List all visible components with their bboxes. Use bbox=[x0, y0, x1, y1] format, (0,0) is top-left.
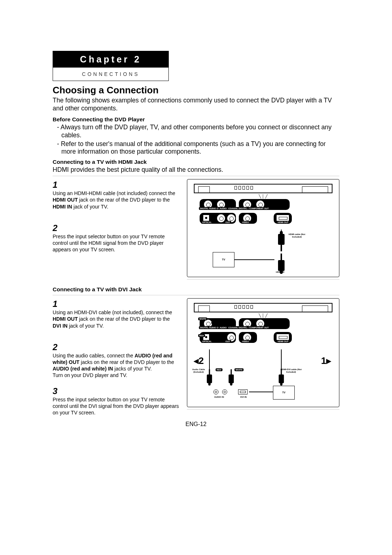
intro-text: The following shows examples of connecti… bbox=[53, 97, 339, 113]
before-heading: Before Connecting the DVD Player bbox=[53, 116, 339, 123]
dvi-step2-text: Using the audio cables, connect the AUDI… bbox=[53, 352, 180, 379]
step-number-2: 2 bbox=[53, 223, 180, 233]
dvi-heading: Connecting to a TV with DVI Jack bbox=[53, 286, 339, 293]
section-title: Choosing a Connection bbox=[53, 85, 339, 96]
step-number-3: 3 bbox=[53, 386, 180, 396]
divider bbox=[53, 295, 339, 295]
step-number-1: 1 bbox=[53, 299, 180, 309]
chapter-subtitle: CONNECTIONS bbox=[53, 68, 168, 81]
hdmi-diagram: ╲ │ ╱ DIGITAL AUDIO OUT AUDIO COAXIAL DI… bbox=[187, 179, 339, 277]
hdmi-step1-text: Using an HDMI-HDMI cable (not included) … bbox=[53, 190, 180, 210]
before-bullets: Always turn off the DVD player, TV, and … bbox=[53, 123, 339, 156]
hdmi-heading: Connecting to a TV with HDMI Jack bbox=[53, 159, 339, 165]
chapter-prefix: Chapter bbox=[80, 54, 129, 64]
step-number-1: 1 bbox=[53, 180, 180, 190]
bullet-1: Always turn off the DVD player, TV, and … bbox=[53, 123, 339, 139]
dvi-diagram: ╲ │ ╱ WHITE DIGITAL AUDIO OUT AUDIO COAX… bbox=[187, 298, 339, 407]
dvi-steps: 1 Using an HDMI-DVI cable (not included)… bbox=[53, 296, 180, 416]
chapter-number: 2 bbox=[134, 54, 142, 64]
page-footer: ENG-12 bbox=[53, 421, 339, 428]
chapter-box: Chapter 2 CONNECTIONS bbox=[53, 51, 169, 81]
dvi-step1-text: Using an HDMI-DVI cable (not included), … bbox=[53, 309, 180, 329]
hdmi-lead: HDMI provides the best picture quality o… bbox=[53, 166, 339, 174]
hdmi-steps: 1 Using an HDMI-HDMI cable (not included… bbox=[53, 177, 180, 253]
divider bbox=[187, 409, 339, 410]
chapter-title: Chapter 2 bbox=[53, 51, 168, 68]
step-number-2: 2 bbox=[53, 342, 180, 352]
hdmi-step2-text: Press the input selector button on your … bbox=[53, 233, 180, 253]
divider bbox=[187, 279, 339, 280]
dvi-step3-text: Press the input selector button on your … bbox=[53, 396, 180, 416]
divider bbox=[53, 176, 339, 176]
bullet-2: Refer to the user's manual of the additi… bbox=[53, 140, 339, 156]
